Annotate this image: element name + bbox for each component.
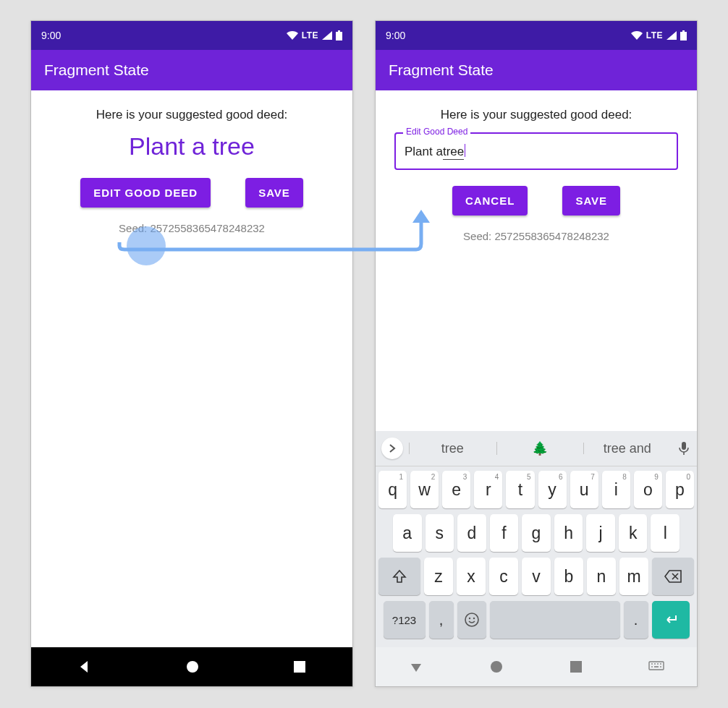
network-label: LTE [302,30,318,40]
key-h[interactable]: h [554,514,583,552]
phone-screenshot-left: 9:00 LTE Fragment State Here is your sug… [30,20,353,687]
seed-label: Seed: 2572558365478248232 [44,222,339,234]
nav-home-icon[interactable] [489,660,504,674]
edit-good-deed-button[interactable]: EDIT GOOD DEED [80,178,211,208]
period-key[interactable]: . [624,601,648,639]
key-q[interactable]: q1 [378,471,407,508]
svg-point-2 [187,661,198,673]
status-time: 9:00 [41,30,61,41]
edit-good-deed-input[interactable]: Plant a tree [394,132,678,170]
key-c[interactable]: c [489,558,518,595]
signal-icon [322,31,332,40]
comma-key[interactable]: , [429,601,454,639]
keyboard-hide-icon[interactable] [648,661,664,673]
keyboard-row-1: q1w2e3r4t5y6u7i8o9p0 [378,471,694,508]
expand-suggestions-button[interactable] [381,438,403,459]
network-label: LTE [646,30,663,40]
suggestion-label: Here is your suggested good deed: [389,108,684,122]
nav-back-icon[interactable] [409,660,423,674]
svg-point-16 [657,663,659,665]
save-button[interactable]: SAVE [562,186,620,216]
battery-icon [336,30,342,40]
enter-icon [664,614,678,626]
svg-point-17 [660,663,661,665]
key-p[interactable]: p0 [666,471,694,508]
soft-keyboard: tree 🌲 tree and q1w2e3r4t5y6u7i8o9p0 asd… [376,431,697,647]
key-y[interactable]: y6 [538,471,567,508]
key-w[interactable]: w2 [410,471,439,508]
key-v[interactable]: v [522,558,551,595]
svg-point-10 [473,618,474,619]
button-row: EDIT GOOD DEED SAVE [44,178,339,208]
nav-recent-icon[interactable] [293,660,306,673]
shift-key[interactable] [378,558,420,595]
suggestion-label: Here is your suggested good deed: [44,108,339,122]
svg-point-14 [651,663,653,665]
key-b[interactable]: b [554,558,583,595]
voice-input-button[interactable] [671,441,697,456]
svg-point-18 [651,666,653,668]
key-o[interactable]: o9 [634,471,662,508]
cancel-button[interactable]: CANCEL [452,186,528,216]
chevron-right-icon [388,444,397,453]
key-n[interactable]: n [587,558,616,595]
svg-rect-3 [294,661,305,673]
backspace-icon [664,570,682,583]
svg-point-9 [468,618,470,619]
key-s[interactable]: s [426,514,454,552]
input-text-underlined: tree [443,145,464,160]
svg-rect-5 [682,30,685,32]
svg-point-19 [660,666,661,668]
key-a[interactable]: a [393,514,422,552]
signal-icon [666,31,677,40]
nav-home-icon[interactable] [185,660,200,674]
key-l[interactable]: l [651,514,680,552]
key-z[interactable]: z [424,558,453,595]
keyboard-rows: q1w2e3r4t5y6u7i8o9p0 asdfghjkl zxcvbnm ?… [376,466,697,647]
keyboard-row-2: asdfghjkl [378,514,694,552]
key-f[interactable]: f [490,514,519,552]
svg-rect-12 [570,661,582,673]
system-nav-bar [376,647,697,686]
svg-rect-1 [338,30,340,32]
key-m[interactable]: m [619,558,648,595]
suggestion-3[interactable]: tree and [583,441,671,456]
text-cursor [465,144,465,157]
enter-key[interactable] [652,601,690,639]
save-button[interactable]: SAVE [245,178,303,208]
content-area: Here is your suggested good deed: Edit G… [376,90,697,242]
key-k[interactable]: k [619,514,648,552]
svg-rect-13 [649,662,664,670]
key-x[interactable]: x [457,558,486,595]
key-r[interactable]: r4 [474,471,502,508]
status-time: 9:00 [386,30,405,41]
keyboard-row-3: zxcvbnm [378,558,694,595]
seed-label: Seed: 2572558365478248232 [389,230,684,242]
shift-icon [392,569,407,584]
key-u[interactable]: u7 [570,471,598,508]
suggestion-2[interactable]: 🌲 [496,440,584,456]
suggestion-1[interactable]: tree [409,441,496,456]
key-i[interactable]: i8 [602,471,630,508]
nav-recent-icon[interactable] [570,660,583,673]
backspace-key[interactable] [652,558,694,595]
good-deed-text: Plant a tree [44,132,339,161]
microphone-icon [678,441,690,456]
key-g[interactable]: g [522,514,551,552]
key-t[interactable]: t5 [506,471,534,508]
wifi-icon [287,31,298,40]
key-j[interactable]: j [586,514,615,552]
key-e[interactable]: e3 [442,471,470,508]
svg-rect-4 [680,32,687,40]
symbols-key[interactable]: ?123 [384,601,426,639]
nav-back-icon[interactable] [77,660,92,674]
edit-field-wrapper: Edit Good Deed Plant a tree [394,132,678,170]
edit-field-label: Edit Good Deed [403,127,470,137]
button-row: CANCEL SAVE [389,186,684,216]
emoji-key[interactable] [457,601,486,639]
keyboard-suggestion-bar: tree 🌲 tree and [376,431,697,466]
svg-point-15 [654,663,656,665]
space-key[interactable] [490,601,620,639]
key-d[interactable]: d [457,514,486,552]
system-nav-bar [31,647,352,686]
